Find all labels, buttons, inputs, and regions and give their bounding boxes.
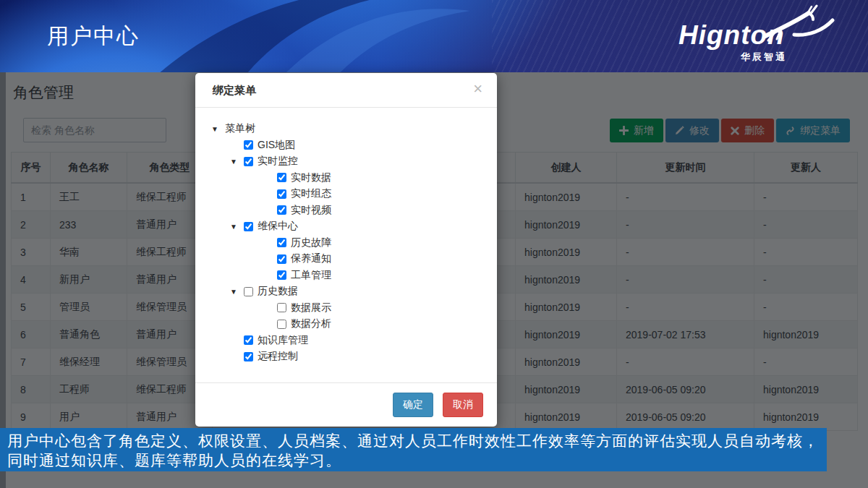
brand-subname: 华辰智通	[741, 51, 787, 64]
tree-checkbox[interactable]	[244, 335, 253, 345]
tree-node: ▼GIS地图	[195, 137, 482, 154]
menu-tree: ▼菜单树▼GIS地图▼实时监控▼实时数据▼实时组态▼实时视频▼维保中心▼历史故障…	[195, 108, 497, 382]
tree-checkbox[interactable]	[277, 238, 286, 247]
tree-checkbox[interactable]	[244, 157, 253, 166]
tree-node: ▼数据展示	[195, 300, 482, 317]
caret-down-icon[interactable]: ▼	[230, 158, 244, 166]
tree-node-label[interactable]: 数据分析	[291, 317, 331, 330]
description-caption: 用户中心包含了角色定义、权限设置、人员档案、通过对人员工作时效性工作效率等方面的…	[0, 428, 827, 471]
tree-node: ▼工单管理	[195, 267, 482, 284]
top-banner: 用户中心 Hignton 华辰智通	[0, 0, 868, 72]
tree-node: ▼保养通知	[195, 251, 482, 267]
tree-checkbox[interactable]	[277, 303, 286, 312]
tree-checkbox[interactable]	[277, 189, 286, 199]
screen: 用户中心 Hignton 华辰智通 角色管理	[0, 0, 868, 488]
tree-node-label[interactable]: 数据展示	[291, 301, 331, 314]
tree-node-label[interactable]: GIS地图	[258, 139, 295, 152]
tree-checkbox[interactable]	[244, 222, 253, 231]
confirm-button[interactable]: 确定	[393, 393, 433, 417]
tree-checkbox[interactable]	[277, 173, 286, 182]
tree-node: ▼实时组态	[195, 186, 482, 202]
brand-name: Hignton	[678, 20, 785, 51]
close-icon[interactable]: ×	[469, 80, 487, 98]
tree-node-label[interactable]: 工单管理	[291, 269, 331, 282]
tree-node-label[interactable]: 实时视频	[291, 204, 331, 217]
tree-node: ▼历史故障	[195, 235, 482, 252]
tree-node-label[interactable]: 菜单树	[225, 122, 255, 135]
tree-checkbox[interactable]	[244, 352, 253, 361]
caret-down-icon[interactable]: ▼	[211, 125, 225, 133]
caret-down-icon[interactable]: ▼	[230, 288, 244, 296]
tree-checkbox[interactable]	[277, 320, 286, 329]
tree-node-label[interactable]: 知识库管理	[258, 334, 308, 347]
cancel-button[interactable]: 取消	[443, 393, 483, 417]
caret-down-icon[interactable]: ▼	[230, 223, 244, 231]
tree-node: ▼历史数据	[195, 283, 482, 300]
banner-swoosh-art	[109, 0, 514, 72]
tree-checkbox[interactable]	[277, 270, 286, 280]
tree-node: ▼实时数据	[195, 170, 482, 187]
tree-node: ▼数据分析	[195, 316, 482, 333]
tree-node-label[interactable]: 实时组态	[291, 187, 331, 200]
bind-menu-modal: 绑定菜单 × ▼菜单树▼GIS地图▼实时监控▼实时数据▼实时组态▼实时视频▼维保…	[195, 73, 497, 427]
tree-node-label[interactable]: 保养通知	[291, 252, 331, 265]
modal-footer: 确定 取消	[195, 382, 497, 427]
tree-node-label[interactable]: 实时监控	[258, 155, 298, 168]
tree-node-label[interactable]: 远程控制	[258, 350, 298, 363]
tree-node: ▼知识库管理	[195, 333, 482, 349]
page-title: 用户中心	[47, 22, 140, 51]
tree-checkbox[interactable]	[244, 287, 253, 296]
brand-logo: Hignton 华辰智通	[678, 3, 830, 69]
tree-node: ▼实时视频	[195, 202, 482, 219]
tree-checkbox[interactable]	[277, 205, 286, 215]
modal-header: 绑定菜单 ×	[195, 73, 497, 108]
tree-node-label[interactable]: 实时数据	[291, 171, 331, 184]
tree-node: ▼实时监控	[195, 153, 482, 170]
tree-node: ▼维保中心	[195, 218, 482, 235]
tree-checkbox[interactable]	[277, 254, 286, 264]
tree-node-label[interactable]: 历史数据	[258, 285, 298, 298]
modal-title: 绑定菜单	[213, 84, 256, 96]
tree-node-label[interactable]: 历史故障	[291, 236, 331, 249]
tree-checkbox[interactable]	[244, 140, 253, 150]
tree-node: ▼菜单树	[195, 121, 482, 137]
tree-node-label[interactable]: 维保中心	[258, 220, 298, 233]
tree-node: ▼远程控制	[195, 348, 482, 365]
